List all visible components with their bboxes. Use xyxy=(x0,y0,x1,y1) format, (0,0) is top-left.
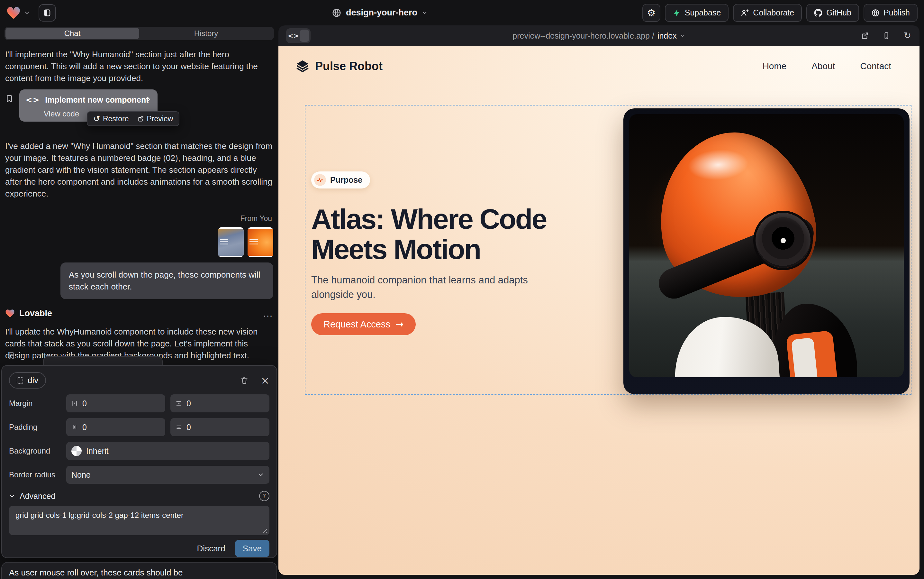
margin-x-icon xyxy=(71,400,78,407)
tab-history[interactable]: History xyxy=(139,28,273,39)
site-nav: Home About Contact xyxy=(762,61,903,71)
chat-composer: As user mouse roll over, these cards sho… xyxy=(1,562,277,579)
toggle-knob xyxy=(300,29,309,42)
chat-history-tabs: Chat History xyxy=(5,27,274,40)
assistant-header: Lovable … xyxy=(5,307,273,319)
external-link-icon xyxy=(861,31,869,40)
open-in-new-tab-button[interactable] xyxy=(861,31,869,40)
site-canvas: Pulse Robot Home About Contact Purpose A… xyxy=(278,46,919,575)
classes-textarea[interactable]: grid grid-cols-1 lg:grid-cols-2 gap-12 i… xyxy=(9,505,269,535)
chevron-down-icon xyxy=(422,10,428,16)
preview-button[interactable]: Preview xyxy=(137,114,173,123)
padding-y-icon xyxy=(176,424,182,430)
trash-icon xyxy=(240,376,248,385)
more-options-icon[interactable]: … xyxy=(263,309,273,319)
project-switcher[interactable]: design-your-hero xyxy=(332,0,428,25)
hero-subtitle: The humanoid companion that learns and a… xyxy=(311,273,562,302)
supabase-button[interactable]: Supabase xyxy=(665,4,729,22)
globe-icon xyxy=(871,9,880,17)
preview-url[interactable]: preview--design-your-hero.lovable.app / … xyxy=(513,31,685,41)
padding-x-icon xyxy=(71,424,78,430)
supabase-bolt-icon xyxy=(673,9,681,17)
nav-home[interactable]: Home xyxy=(762,61,787,71)
restore-icon: ↺ xyxy=(93,115,100,123)
help-icon[interactable]: ? xyxy=(259,491,269,501)
assistant-name: Lovable xyxy=(19,307,52,319)
preview-pane: <> preview--design-your-hero.lovable.app… xyxy=(278,25,919,575)
selected-element-chip[interactable]: div xyxy=(9,372,46,389)
discard-button[interactable]: Discard xyxy=(197,544,225,554)
margin-y-input[interactable]: 0 xyxy=(170,394,269,412)
publish-button[interactable]: Publish xyxy=(864,4,917,22)
settings-button[interactable]: ⚙ xyxy=(642,4,660,22)
background-input[interactable]: Inherit xyxy=(66,442,269,460)
mobile-preview-button[interactable] xyxy=(883,31,890,40)
element-tag: div xyxy=(28,375,38,385)
margin-label: Margin xyxy=(9,399,66,408)
tab-chat[interactable]: Chat xyxy=(5,28,139,39)
github-button[interactable]: GitHub xyxy=(806,4,859,22)
chevron-down-icon xyxy=(680,33,686,39)
advanced-section-toggle[interactable]: Advanced xyxy=(20,492,55,501)
attachment-image[interactable] xyxy=(248,227,273,257)
chevron-right-icon xyxy=(145,96,152,103)
margin-y-icon xyxy=(176,400,182,407)
element-outline-icon xyxy=(17,377,23,384)
padding-y-input[interactable]: 0 xyxy=(170,418,269,436)
nav-about[interactable]: About xyxy=(811,61,835,71)
external-link-icon xyxy=(137,116,144,122)
assistant-message: I'll implement the "Why Humanoid" sectio… xyxy=(5,49,273,84)
padding-x-input[interactable]: 0 xyxy=(66,418,165,436)
nav-contact[interactable]: Contact xyxy=(860,61,891,71)
hero-image-card xyxy=(624,108,909,394)
chevron-down-icon[interactable] xyxy=(24,10,30,16)
globe-icon xyxy=(332,8,341,18)
pulse-icon xyxy=(314,174,326,186)
chat-input[interactable]: As user mouse roll over, these cards sho… xyxy=(9,568,269,578)
request-access-button[interactable]: Request Access → xyxy=(311,313,416,335)
collaborate-button[interactable]: Collaborate xyxy=(733,4,802,22)
preview-toolbar: <> preview--design-your-hero.lovable.app… xyxy=(278,25,919,46)
code-icon: <> xyxy=(287,29,300,42)
background-label: Background xyxy=(9,447,66,455)
code-view-toggle[interactable]: <> xyxy=(286,28,310,43)
delete-element-button[interactable] xyxy=(240,376,248,385)
code-icon: <> xyxy=(26,96,40,104)
close-icon[interactable]: × xyxy=(261,375,269,386)
lovable-heart-logo[interactable] xyxy=(7,7,21,19)
bookmark-icon xyxy=(7,352,15,360)
arrow-right-icon: → xyxy=(395,319,403,329)
robot-image xyxy=(629,114,904,377)
version-popover: ↺ Restore Preview xyxy=(87,111,180,126)
bookmark-icon[interactable] xyxy=(5,95,13,103)
border-radius-label: Border radius xyxy=(9,470,66,479)
robot-lens xyxy=(756,213,810,268)
gear-icon: ⚙ xyxy=(647,8,656,18)
site-brand[interactable]: Pulse Robot xyxy=(295,59,383,74)
from-you-label: From You xyxy=(5,213,273,224)
github-icon xyxy=(814,9,823,17)
layers-icon xyxy=(295,59,310,74)
padding-label: Padding xyxy=(9,423,66,432)
element-inspector-panel: div × Margin 0 0 xyxy=(1,365,277,558)
robot-forearm xyxy=(786,330,838,377)
chat-panel: Chat History I'll implement the "Why Hum… xyxy=(0,25,278,579)
lovable-heart-icon xyxy=(5,309,15,318)
url-host: preview--design-your-hero.lovable.app / xyxy=(513,31,654,41)
resize-handle-icon[interactable] xyxy=(262,528,267,533)
project-name: design-your-hero xyxy=(346,8,417,18)
attachment-image[interactable] xyxy=(218,227,244,257)
save-button[interactable]: Save xyxy=(235,540,269,557)
component-card-title: Implement new component xyxy=(45,94,149,106)
attachment-thumbnails xyxy=(5,227,273,257)
app-topbar: design-your-hero ⚙ Supabase Collaborate … xyxy=(0,0,924,25)
sidebar-toggle-button[interactable] xyxy=(39,4,56,21)
badge-label: Purpose xyxy=(330,175,362,185)
mobile-device-icon xyxy=(883,31,890,40)
refresh-button[interactable]: ↻ xyxy=(904,31,911,40)
margin-x-input[interactable]: 0 xyxy=(66,394,165,412)
site-header: Pulse Robot Home About Contact xyxy=(278,46,919,74)
chat-thread: I'll implement the "Why Humanoid" sectio… xyxy=(0,40,278,361)
restore-button[interactable]: ↺ Restore xyxy=(93,114,129,123)
border-radius-select[interactable]: None xyxy=(66,466,269,484)
